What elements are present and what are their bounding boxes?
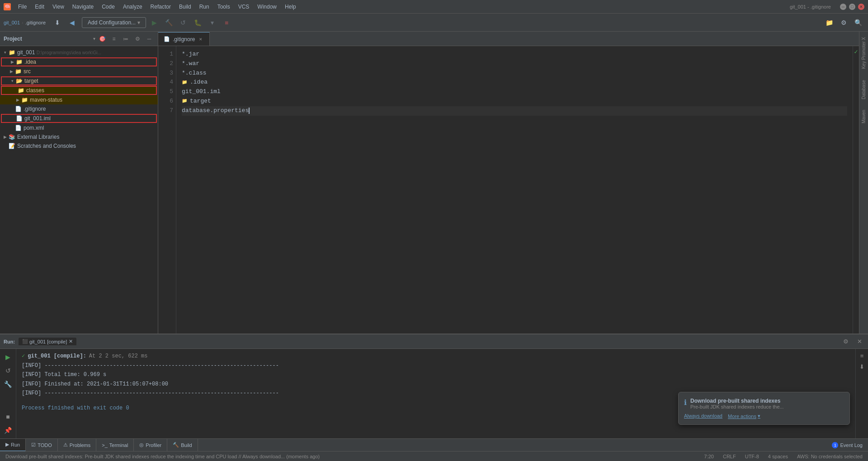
close-bottom-button[interactable]: ✕ — [854, 337, 864, 347]
debug-button[interactable]: 🐛 — [191, 16, 204, 29]
tab-terminal[interactable]: >_ Terminal — [96, 439, 134, 452]
profiler-label: Profiler — [146, 442, 161, 448]
target-label: target — [24, 78, 38, 84]
run-play-button[interactable]: ▶ — [2, 351, 14, 363]
maven-tab[interactable]: Maven — [860, 104, 867, 129]
rerun-button[interactable]: ↺ — [2, 364, 14, 377]
menu-navigate[interactable]: Navigate — [69, 3, 97, 11]
search-button[interactable]: 🔍 — [852, 16, 864, 29]
softwrap-button[interactable]: ≡ — [857, 351, 867, 361]
code-line-6: 📁 target — [182, 97, 847, 106]
gutter-check-icon: ✓ — [854, 48, 858, 56]
scroll-end-button[interactable]: ⬇ — [857, 362, 867, 372]
menu-refactor[interactable]: Refactor — [147, 3, 175, 11]
panel-minimize-button[interactable]: ─ — [144, 34, 154, 44]
line-numbers: 1 2 3 4 5 6 7 — [158, 46, 176, 334]
tree-item-src[interactable]: ▶ 📁 src — [0, 67, 158, 76]
tab-profiler[interactable]: ◎ Profiler — [134, 439, 167, 452]
pin-button[interactable]: 📌 — [2, 424, 14, 437]
build-button[interactable]: 🔨 — [162, 16, 175, 29]
tree-item-git001iml[interactable]: 📄 git_001.iml — [1, 114, 157, 123]
output-line-3: [INFO] Finished at: 2021-01-31T11:05:07+… — [22, 380, 850, 389]
stop-button[interactable]: ■ — [220, 16, 233, 29]
settings-bottom-button[interactable]: ⚙ — [841, 337, 851, 347]
more-button[interactable]: ▾ — [206, 16, 218, 29]
scratches-label: Scratches and Consoles — [17, 143, 76, 149]
locate-file-button[interactable]: 🎯 — [97, 34, 107, 44]
tree-item-scratches[interactable]: 📝 Scratches and Consoles — [0, 141, 158, 151]
menu-analyze[interactable]: Analyze — [119, 3, 146, 11]
menu-view[interactable]: View — [49, 3, 68, 11]
breadcrumb-file[interactable]: .gitignore — [25, 20, 46, 25]
panel-settings-button[interactable]: ⚙ — [132, 34, 142, 44]
encoding[interactable]: UTF-8 — [743, 454, 761, 459]
run-tab-label: git_001 [compile] — [29, 339, 67, 344]
menu-tools[interactable]: Tools — [214, 3, 234, 11]
cursor-position[interactable]: 7:20 — [703, 454, 716, 459]
reload-button[interactable]: ↺ — [177, 16, 189, 29]
settings-button[interactable]: ⚙ — [837, 16, 850, 29]
tab-todo[interactable]: ☑ TODO — [26, 439, 58, 452]
project-view-button[interactable]: 📁 — [823, 16, 835, 29]
menu-run[interactable]: Run — [196, 3, 213, 11]
indent-setting[interactable]: 4 spaces — [766, 454, 790, 459]
wrench-button[interactable]: 🔧 — [2, 378, 14, 390]
maven-status-arrow-icon: ▶ — [14, 97, 21, 103]
run-compile-tab[interactable]: ⬛ git_001 [compile] ✕ — [19, 338, 76, 345]
add-configuration-button[interactable]: Add Configuration... ▾ — [82, 17, 146, 28]
always-download-link[interactable]: Always download — [684, 413, 722, 419]
menu-help[interactable]: Help — [281, 3, 300, 11]
editor-area: 📄 .gitignore ✕ 1 2 3 4 5 6 7 *.jar * — [158, 32, 859, 334]
aws-status[interactable]: AWS: No credentials selected — [795, 454, 864, 459]
run-tab-label-btm: Run — [11, 442, 20, 447]
breadcrumb-project[interactable]: git_001 — [4, 20, 20, 25]
more-actions-link[interactable]: More actions ▾ — [728, 413, 760, 419]
idea-folder-icon: 📁 — [15, 58, 23, 66]
run-tab-icon-btm: ▶ — [5, 442, 9, 447]
tab-problems[interactable]: ⚠ Problems — [58, 439, 96, 452]
project-panel-title: Project — [4, 36, 91, 42]
maximize-button[interactable]: □ — [849, 4, 855, 10]
tab-run[interactable]: ▶ Run — [0, 439, 26, 452]
problems-icon: ⚠ — [63, 442, 68, 448]
tab-gitignore-label: .gitignore — [173, 36, 195, 42]
notification-header: ℹ Download pre-built shared indexes Pre-… — [684, 398, 844, 409]
line-ending[interactable]: CRLF — [721, 454, 738, 459]
event-log-tab[interactable]: 1 Event Log — [826, 439, 868, 452]
database-tab[interactable]: Database — [860, 75, 867, 105]
app-icon: 🧠 — [4, 3, 11, 10]
minimize-button[interactable]: ─ — [840, 4, 846, 10]
menu-build[interactable]: Build — [175, 3, 195, 11]
tree-item-ext-libs[interactable]: ▶ 📚 External Libraries — [0, 132, 158, 141]
tree-item-classes[interactable]: 📁 classes — [1, 86, 157, 95]
editor-tab-gitignore[interactable]: 📄 .gitignore ✕ — [158, 32, 210, 46]
editor-content[interactable]: 1 2 3 4 5 6 7 *.jar *.war *.class � — [158, 46, 859, 334]
run-tab-close[interactable]: ✕ — [69, 339, 73, 344]
menu-code[interactable]: Code — [98, 3, 118, 11]
key-promoter-tab[interactable]: Key Promoter X — [860, 32, 867, 75]
tree-item-gitignore[interactable]: 📄 .gitignore — [0, 104, 158, 113]
close-button[interactable]: ✕ — [858, 4, 864, 10]
menu-file[interactable]: File — [14, 3, 30, 11]
download-button[interactable]: ⬇ — [51, 16, 64, 29]
filter-button[interactable]: ■ — [2, 410, 14, 423]
folder-indicator-4: 📁 — [182, 79, 187, 86]
menu-edit[interactable]: Edit — [31, 3, 48, 11]
tree-item-target[interactable]: ▾ 📂 target — [1, 76, 157, 85]
tree-root[interactable]: ▾ 📁 git_001 D:\programmings\idea work\Gi… — [0, 48, 158, 57]
dropdown-icon: ▾ — [93, 36, 95, 41]
tree-item-idea[interactable]: ▶ 📁 .idea — [1, 57, 157, 66]
tree-item-maven-status[interactable]: ▶ 📁 maven-status — [0, 95, 158, 104]
output-line-1: [INFO] ---------------------------------… — [22, 361, 850, 370]
collapse-button[interactable]: ≡ — [109, 34, 119, 44]
expand-button[interactable]: ≔ — [121, 34, 131, 44]
editor-tabs: 📄 .gitignore ✕ — [158, 32, 859, 46]
menu-window[interactable]: Window — [254, 3, 280, 11]
tree-item-pomxml[interactable]: 📄 pom.xml — [0, 123, 158, 132]
back-button[interactable]: ◀ — [66, 16, 78, 29]
code-editor[interactable]: *.jar *.war *.class 📁 .idea git_001.iml … — [176, 46, 853, 334]
tab-build[interactable]: 🔨 Build — [167, 439, 198, 452]
run-button[interactable]: ▶ — [148, 16, 160, 29]
menu-vcs[interactable]: VCS — [235, 3, 253, 11]
tab-close-button[interactable]: ✕ — [198, 36, 204, 42]
